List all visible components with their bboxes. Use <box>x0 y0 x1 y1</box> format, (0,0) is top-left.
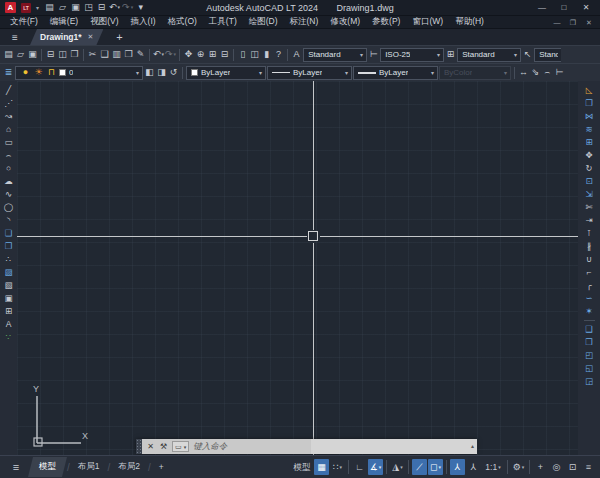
undo-icon[interactable]: ↶▾ <box>109 1 120 15</box>
layer-on-icon[interactable]: ● <box>20 66 31 80</box>
color-dropdown[interactable]: ByLayer ▾ <box>186 66 266 80</box>
command-line-bar[interactable]: ✕ ⚒ ▭ ▾ 键入命令 ▴ <box>136 439 477 454</box>
command-history-expand-icon[interactable]: ▴ <box>471 442 474 449</box>
layer-properties-icon[interactable]: ≣ <box>3 66 14 80</box>
close-button[interactable]: ✕ <box>577 1 595 15</box>
zoom-previous-icon[interactable]: ⊟ <box>219 48 230 62</box>
menu-help[interactable]: 帮助(H) <box>449 16 490 28</box>
gradient-icon[interactable]: ▧ <box>2 279 15 292</box>
dim-aligned-icon[interactable]: ⇘ <box>530 66 541 80</box>
redo-icon[interactable]: ↷▾ <box>122 1 133 15</box>
save-as-icon[interactable]: ◳ <box>83 1 94 15</box>
send-under-objects-icon[interactable]: ◱ <box>583 362 596 375</box>
fillet-icon[interactable]: ╭ <box>583 279 596 292</box>
mirror-icon[interactable]: ⋈ <box>583 110 596 123</box>
lineweight-dropdown[interactable]: ByLayer ▾ <box>353 66 438 80</box>
model-space-button[interactable]: 模型 <box>291 459 313 475</box>
explode-icon[interactable]: ✶ <box>583 305 596 318</box>
object-snap-tracking-icon[interactable]: ⟋ <box>412 459 427 475</box>
snap-icon[interactable]: ∷▾ <box>330 459 345 475</box>
open-file-icon[interactable]: ▱ <box>57 1 68 15</box>
make-block-icon[interactable]: ❐ <box>2 240 15 253</box>
cut-icon[interactable]: ✂ <box>87 48 98 62</box>
match-layer-icon[interactable]: ◨ <box>156 66 167 80</box>
copy-base-point-icon[interactable]: ❒ <box>123 48 134 62</box>
move-icon[interactable]: ✥ <box>583 149 596 162</box>
add-status-icon[interactable]: + <box>533 459 548 475</box>
break-icon[interactable]: ∦ <box>583 240 596 253</box>
doc-minimize-button[interactable]: — <box>550 15 564 29</box>
table-style-dropdown[interactable]: Standard ▾ <box>457 48 521 62</box>
hatch-icon[interactable]: ▨ <box>2 266 15 279</box>
annotation-to-front-icon[interactable]: ◲ <box>583 375 596 388</box>
match-properties-icon[interactable]: ✎ <box>135 48 146 62</box>
ellipse-arc-icon[interactable]: ◝ <box>2 214 15 227</box>
menu-file[interactable]: 文件(F) <box>4 16 44 28</box>
command-input[interactable]: 键入命令 <box>193 439 311 454</box>
polygon-icon[interactable]: ⌂ <box>2 123 15 136</box>
menu-draw[interactable]: 绘图(D) <box>243 16 284 28</box>
new-file-icon[interactable]: ▤ <box>44 1 55 15</box>
region-icon[interactable]: ▣ <box>2 292 15 305</box>
dim-style-icon[interactable]: ⊢ <box>368 48 379 62</box>
layer-lock-icon[interactable]: ⊓ <box>46 66 57 80</box>
layout-tabs-menu-icon[interactable]: ≡ <box>4 461 28 473</box>
circle-icon[interactable]: ○ <box>2 162 15 175</box>
zoom-realtime-icon[interactable]: ⊕ <box>195 48 206 62</box>
file-tabs-menu-icon[interactable]: ≡ <box>2 29 28 45</box>
wrench-customize-icon[interactable]: ⚒ <box>159 440 168 454</box>
insert-block-icon[interactable]: ❏ <box>2 227 15 240</box>
save-icon[interactable]: ▣ <box>70 1 81 15</box>
new-file-icon[interactable]: ▤ <box>3 48 14 62</box>
open-file-icon[interactable]: ▱ <box>15 48 26 62</box>
layer-freeze-icon[interactable]: ☀ <box>33 66 44 80</box>
polyline-icon[interactable]: ↝ <box>2 110 15 123</box>
menu-modify[interactable]: 修改(M) <box>324 16 366 28</box>
workspace-gear-icon[interactable]: ⚙▾ <box>511 459 526 475</box>
make-object-layer-current-icon[interactable]: ◧ <box>144 66 155 80</box>
dim-style-dropdown[interactable]: ISO-25 ▾ <box>380 48 444 62</box>
isodraft-icon[interactable]: ◮▾ <box>390 459 405 475</box>
save-icon[interactable]: ▣ <box>27 48 38 62</box>
send-to-back-icon[interactable]: ❒ <box>583 336 596 349</box>
mtext-icon[interactable]: A <box>2 318 15 331</box>
grid-icon[interactable]: ▦ <box>314 459 329 475</box>
extend-icon[interactable]: ⇥ <box>583 214 596 227</box>
revision-cloud-icon[interactable]: ☁ <box>2 175 15 188</box>
help-icon[interactable]: ? <box>273 48 284 62</box>
menu-edit[interactable]: 编辑(E) <box>44 16 84 28</box>
doc-restore-button[interactable]: ❐ <box>566 15 580 29</box>
layer-dropdown[interactable]: ●☀⊓ 0 ▾ <box>15 66 143 80</box>
dim-arc-icon[interactable]: ⌢ <box>542 66 553 80</box>
isolate-objects-icon[interactable]: ◎ <box>549 459 564 475</box>
layout-tab-layout2[interactable]: 布局2 <box>110 459 148 475</box>
dim-linear-icon[interactable]: ↔ <box>518 66 529 80</box>
break-at-point-icon[interactable]: ⊺ <box>583 227 596 240</box>
doc-close-button[interactable]: ✕ <box>582 15 596 29</box>
new-tab-button[interactable]: + <box>109 29 129 45</box>
construction-line-icon[interactable]: ⋰ <box>2 97 15 110</box>
bring-above-objects-icon[interactable]: ◰ <box>583 349 596 362</box>
copy-clip-icon[interactable]: ❑ <box>99 48 110 62</box>
annotation-scale-button[interactable]: 1:1▾ <box>482 459 504 475</box>
offset-icon[interactable]: ≋ <box>583 123 596 136</box>
autocad-logo[interactable]: A <box>5 2 16 13</box>
layout-tab-model[interactable]: 模型 <box>28 457 67 477</box>
menu-dimension[interactable]: 标注(N) <box>284 16 325 28</box>
layout-tab-layout1[interactable]: 布局1 <box>70 459 108 475</box>
line-icon[interactable]: ╱ <box>2 84 15 97</box>
chamfer-icon[interactable]: ⌐ <box>583 266 596 279</box>
file-tab-drawing1[interactable]: Drawing1* ✕ <box>30 29 103 45</box>
dim-quick-icon[interactable]: ⊢ <box>554 66 565 80</box>
clean-screen-icon[interactable]: ⊡ <box>565 459 580 475</box>
redo-icon[interactable]: ↷▾ <box>165 48 176 62</box>
arc-icon[interactable]: ⌢ <box>2 149 15 162</box>
properties-palette-icon[interactable]: ▯ <box>237 48 248 62</box>
point-icon[interactable]: ∴ <box>2 253 15 266</box>
text-style-icon[interactable]: A <box>291 48 302 62</box>
linetype-dropdown[interactable]: ByLayer ▾ <box>267 66 352 80</box>
designcenter-icon[interactable]: ◫ <box>249 48 260 62</box>
drawing-canvas[interactable]: Y X ✕ ⚒ ▭ ▾ 键入命令 ▴ <box>17 81 578 455</box>
rotate-icon[interactable]: ↻ <box>583 162 596 175</box>
menu-tools[interactable]: 工具(T) <box>203 16 243 28</box>
